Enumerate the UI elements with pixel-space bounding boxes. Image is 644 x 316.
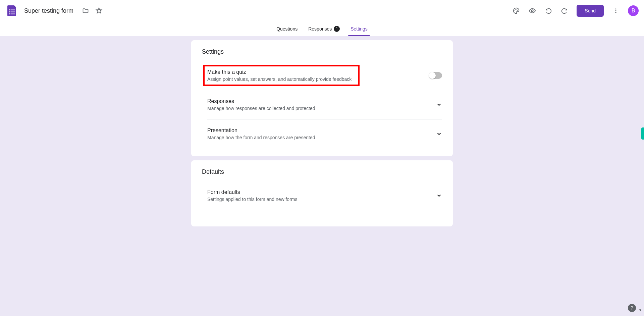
svg-point-13 [615,12,616,13]
setting-desc: Settings applied to this form and new fo… [207,197,436,202]
setting-row-presentation[interactable]: Presentation Manage how the form and res… [207,119,442,148]
setting-label: Responses [207,98,436,104]
quiz-toggle[interactable] [430,72,442,79]
responses-badge: 1 [334,26,340,32]
redo-button[interactable] [558,4,571,17]
svg-point-7 [516,9,516,10]
svg-rect-4 [9,13,10,14]
svg-rect-1 [11,10,15,10]
svg-point-8 [517,9,517,10]
help-button[interactable]: ? [628,304,636,312]
setting-label: Make this a quiz [207,69,430,75]
defaults-card: Defaults Form defaults Settings applied … [191,160,453,226]
more-vert-icon [613,8,619,14]
setting-text: Make this a quiz Assign point values, se… [207,69,430,82]
setting-text: Presentation Manage how the form and res… [207,127,436,140]
settings-card: Settings Make this a quiz Assign point v… [191,40,453,156]
tab-label: Settings [351,26,368,32]
dropdown-caret-icon[interactable]: ▼ [639,308,642,312]
setting-text: Form defaults Settings applied to this f… [207,189,436,202]
folder-icon [82,7,89,14]
side-tab[interactable] [641,127,644,140]
palette-icon [513,7,520,14]
undo-button[interactable] [542,4,555,17]
svg-point-6 [515,10,515,11]
setting-row-quiz: Make this a quiz Assign point values, se… [207,61,442,90]
eye-icon [529,7,536,14]
tab-label: Responses [308,26,332,32]
redo-icon [561,7,568,14]
svg-rect-0 [9,9,10,10]
svg-point-10 [532,10,534,12]
chevron-down-icon [436,102,442,108]
star-button[interactable] [92,4,106,17]
preview-button[interactable] [526,4,539,17]
tab-settings[interactable]: Settings [345,21,373,36]
send-button[interactable]: Send [577,5,604,17]
svg-rect-2 [9,11,10,12]
content-area: Settings Make this a quiz Assign point v… [0,36,644,316]
setting-label: Form defaults [207,189,436,195]
tab-questions[interactable]: Questions [271,21,303,36]
setting-desc: Manage how the form and responses are pr… [207,135,436,140]
more-options-button[interactable] [609,4,623,17]
setting-label: Presentation [207,127,436,134]
setting-row-responses[interactable]: Responses Manage how responses are colle… [207,90,442,119]
setting-row-form-defaults[interactable]: Form defaults Settings applied to this f… [207,181,442,210]
star-icon [95,7,103,14]
move-to-folder-button[interactable] [79,4,92,17]
forms-logo-icon [6,5,18,17]
card-title: Settings [194,48,450,61]
avatar[interactable]: B [628,5,639,16]
chevron-down-icon [436,131,442,137]
forms-logo[interactable] [5,4,19,17]
svg-point-9 [518,10,518,11]
svg-point-11 [615,8,616,9]
setting-text: Responses Manage how responses are colle… [207,98,436,111]
customize-theme-button[interactable] [509,4,523,17]
undo-icon [545,7,552,14]
chevron-down-icon [436,193,442,199]
form-title[interactable]: Super testing form [24,7,73,14]
tab-responses[interactable]: Responses 1 [303,21,345,36]
card-title: Defaults [194,168,450,181]
header-right: Send B [509,4,639,17]
header: Super testing form Send B [0,0,644,21]
svg-rect-3 [11,12,15,12]
setting-desc: Manage how responses are collected and p… [207,106,436,111]
setting-desc: Assign point values, set answers, and au… [207,76,430,82]
tabs: Questions Responses 1 Settings [0,21,644,36]
svg-point-12 [615,10,616,11]
svg-rect-5 [11,14,15,14]
toggle-knob [429,72,436,79]
setting-row-partial [207,210,442,218]
tab-label: Questions [276,26,298,32]
